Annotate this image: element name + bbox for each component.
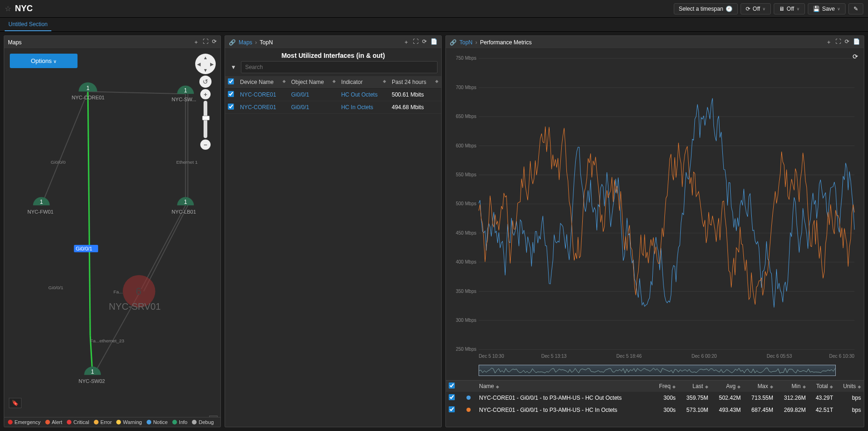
legend-warning: Warning [123,419,142,425]
maps-panel-title: Maps [8,39,21,46]
zoom-out-button[interactable]: − [200,139,211,150]
add-icon[interactable]: ＋ [403,38,409,46]
indicator-cell[interactable]: HC In Octets [339,101,389,114]
breadcrumb-topn[interactable]: TopN [459,39,473,46]
row-checkbox[interactable] [449,406,455,412]
tab-untitled[interactable]: Untitled Section [5,18,51,31]
display-off-label: Off [787,6,794,12]
node-label: NYC-SRV01 [109,301,161,312]
edge-label: Fa... [113,289,123,294]
svg-text:550 Mbps: 550 Mbps [456,172,476,177]
select-all-checkbox[interactable] [228,78,234,84]
pan-right-icon[interactable]: ▶ [210,62,214,67]
export-icon[interactable]: 📄 [430,38,438,46]
device-cell[interactable]: NYC-CORE01 [237,89,289,101]
node-label: NYC-FW01 [28,209,54,215]
indicator-cell[interactable]: HC Out Octets [339,89,389,101]
timespan-button[interactable]: Select a timespan 🕘 [674,3,738,14]
favorite-star-icon[interactable]: ☆ [5,4,11,13]
legend-error: Error [100,419,112,425]
table-row[interactable]: NYC-CORE01 - Gi0/0/1 - to P3-AMH-US - HC… [446,404,864,416]
add-icon[interactable]: ＋ [193,38,199,46]
save-button[interactable]: 💾 Save ∨ [808,3,846,14]
save-label: Save [822,6,835,12]
breadcrumb-perf: Performance Metrics [480,39,532,46]
node-label: NYC-SW... [171,97,196,102]
svg-line-1 [88,91,90,335]
search-input[interactable] [241,61,438,73]
topn-subtitle: Most Utilized Interfaces (in & out) [225,49,441,61]
svg-text:300 Mbps: 300 Mbps [456,318,476,323]
object-cell[interactable]: Gi0/0/1 [289,101,339,114]
node-badge: 1 [91,368,94,375]
performance-table: Name◆ Freq◆ Last◆ Avg◆ Max◆ Min◆ Total◆ … [446,381,864,416]
node-label: NYC-LB01 [171,209,196,215]
svg-text:500 Mbps: 500 Mbps [456,201,476,206]
svg-text:700 Mbps: 700 Mbps [456,85,476,90]
col-units: Units◆ [836,381,864,392]
expand-icon[interactable]: ⛶ [413,38,418,46]
refresh-icon[interactable]: ⟳ [422,38,427,46]
value-cell: 494.68 Mbits [389,101,441,114]
svg-text:Dec 6 10:30: Dec 6 10:30 [829,354,855,359]
avg-cell: 502.42M [711,392,744,404]
add-icon[interactable]: ＋ [826,38,832,46]
monitor-icon: 🖥 [779,6,784,12]
options-button[interactable]: Options [10,54,78,68]
svg-text:750 Mbps: 750 Mbps [456,56,476,61]
series-color-icon [466,408,471,412]
table-row[interactable]: NYC-CORE01 Gi0/0/1 HC In Octets 494.68 M… [225,101,441,114]
expand-icon[interactable]: ⛶ [203,38,208,46]
edit-button[interactable]: ✎ [848,3,863,14]
export-icon[interactable]: 📄 [853,38,860,46]
svg-text:650 Mbps: 650 Mbps [456,114,476,119]
max-cell: 687.45M [743,404,776,416]
breadcrumb-maps[interactable]: Maps [239,39,252,46]
col-avg: Avg◆ [711,381,744,392]
total-cell: 42.51T [809,404,836,416]
chevron-down-icon: ∨ [837,7,840,11]
col-total: Total◆ [809,381,836,392]
row-checkbox[interactable] [228,104,234,110]
rotate-control[interactable]: ↺ [199,76,212,88]
svg-text:Dec 6 00:20: Dec 6 00:20 [692,354,717,359]
refresh-icon[interactable]: ⟳ [845,38,849,46]
edge-label: Gi0/0/1 [49,285,64,290]
expand-icon[interactable]: ⛶ [835,38,841,46]
svg-text:250 Mbps: 250 Mbps [456,347,476,352]
bookmark-icon[interactable]: 🔖 [9,398,21,408]
col-indicator: Indicator◆ [339,76,389,89]
series-name: NYC-CORE01 - Gi0/0/1 - to P3-AMH-US - HC… [476,404,652,416]
pan-left-icon[interactable]: ◀ [197,62,201,67]
col-max: Max◆ [743,381,776,392]
refresh-icon[interactable]: ⟳ [212,38,217,46]
col-last: Last◆ [678,381,711,392]
object-cell[interactable]: Gi0/0/1 [289,89,339,101]
node-badge: 1 [40,199,43,205]
chart-refresh-icon[interactable]: ⟳ [853,53,858,60]
zoom-in-button[interactable]: + [200,89,211,99]
series-color-icon [466,396,471,400]
table-row[interactable]: NYC-CORE01 Gi0/0/1 HC Out Octets 500.61 … [225,89,441,101]
display-off-button[interactable]: 🖥 Off ∨ [774,3,805,14]
filter-icon[interactable]: ▼ [229,64,238,70]
chart-range-selector[interactable] [479,365,836,376]
table-row[interactable]: NYC-CORE01 - Gi0/0/1 - to P3-AMH-US - HC… [446,392,864,404]
select-all-checkbox[interactable] [449,382,455,389]
performance-chart[interactable]: 750 Mbps700 Mbps650 Mbps600 Mbps550 Mbps… [451,54,859,361]
edge-label: Ethernet 1 [176,160,198,165]
col-device: Device Name◆ [237,76,289,89]
node-badge: 1 [184,87,187,94]
pan-up-icon[interactable]: ▲ [203,55,208,60]
pan-control[interactable]: ▲ ▼ ◀ ▶ [195,54,216,74]
zoom-slider[interactable] [204,101,207,138]
section-tabs: Untitled Section [0,18,868,32]
network-map[interactable]: Gi0/0/0 Gi0/0/1 Ethernet 1 Fa... Fa...et… [4,49,220,427]
svg-line-0 [42,91,88,205]
node-badge: 6 [136,285,141,297]
row-checkbox[interactable] [449,394,455,400]
refresh-off-button[interactable]: ⟳ Off ∨ [741,3,771,14]
device-cell[interactable]: NYC-CORE01 [237,101,289,114]
row-checkbox[interactable] [228,91,234,97]
pan-down-icon[interactable]: ▼ [203,68,208,73]
